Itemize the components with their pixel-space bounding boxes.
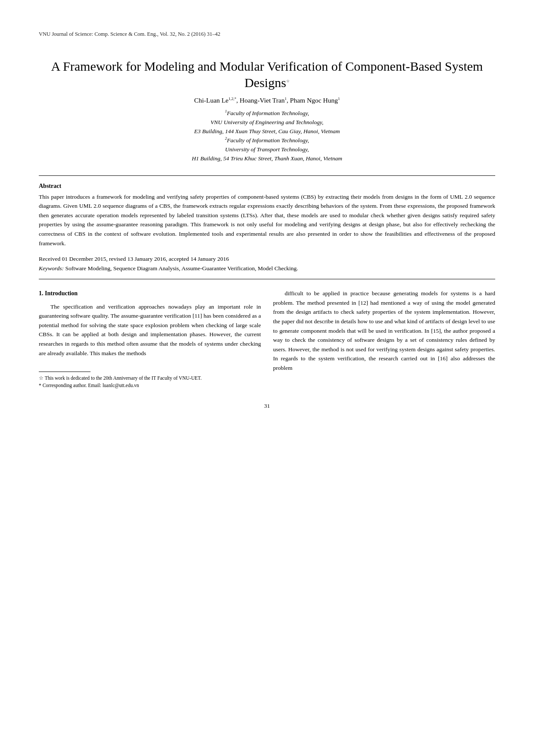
authors-line: Chi-Luan Le1,2,*, Hoang-Viet Tran1, Pham… [39, 97, 495, 104]
main-title: A Framework for Modeling and Modular Ver… [39, 58, 495, 91]
title-section: A Framework for Modeling and Modular Ver… [39, 58, 495, 163]
section1-left-text: The specification and verification appro… [39, 302, 261, 358]
footnote2: * Corresponding author. Email: luanlc@ut… [39, 382, 261, 389]
aff1-addr: E3 Building, 144 Xuan Thuy Street, Cau G… [194, 128, 340, 134]
keywords-line: Keywords: Software Modeling, Sequence Di… [39, 265, 495, 272]
right-para1: difficult to be applied in practice beca… [273, 289, 496, 372]
section1-right-text: difficult to be applied in practice beca… [273, 289, 496, 372]
aff1-name: Faculty of Information Technology, [227, 110, 309, 116]
footnote-divider [39, 372, 91, 372]
two-column-body: 1. Introduction The specification and ve… [39, 289, 495, 389]
author1-sup: 1,2,* [228, 97, 236, 101]
abstract-title: Abstract [39, 183, 495, 190]
title-star: ☆ [286, 79, 290, 83]
journal-header-text: VNU Journal of Science: Comp. Science & … [39, 31, 220, 37]
body-divider [39, 279, 495, 279]
footnote1-text: This work is dedicated to the 20th Anniv… [45, 375, 202, 381]
footnote2-text: Corresponding author. Email: luanlc@utt.… [43, 383, 139, 388]
keywords-values: Software Modeling, Sequence Diagram Anal… [64, 265, 298, 272]
left-column: 1. Introduction The specification and ve… [39, 289, 261, 389]
aff2-name: Faculty of Information Technology, [227, 137, 309, 144]
aff2-addr: H1 Building, 54 Trieu Khuc Street, Thanh… [192, 155, 342, 162]
left-para1: The specification and verification appro… [39, 302, 261, 358]
received-line: Received 01 December 2015, revised 13 Ja… [39, 256, 495, 262]
keywords-label: Keywords: [39, 265, 64, 272]
author2: , Hoang-Viet Tran1, Pham Ngoc Hung1 [236, 97, 340, 104]
footnote2-star: * [39, 383, 41, 388]
page: VNU Journal of Science: Comp. Science & … [0, 0, 534, 756]
affiliations: 1Faculty of Information Technology, VNU … [39, 109, 495, 163]
abstract-text: This paper introduces a framework for mo… [39, 192, 495, 248]
title-divider [39, 175, 495, 176]
aff1-uni: VNU University of Engineering and Techno… [211, 119, 324, 125]
abstract-section: Abstract This paper introduces a framewo… [39, 183, 495, 248]
footnote1-star: ☆ [39, 375, 44, 381]
author1-name: Chi-Luan Le [194, 97, 229, 104]
right-column: difficult to be applied in practice beca… [273, 289, 496, 372]
aff2-uni: University of Transport Technology, [225, 146, 309, 153]
section1-title: 1. Introduction [39, 289, 261, 298]
footnote1: ☆ This work is dedicated to the 20th Ann… [39, 375, 261, 382]
journal-header: VNU Journal of Science: Comp. Science & … [39, 31, 495, 37]
page-number: 31 [39, 403, 495, 409]
title-text: A Framework for Modeling and Modular Ver… [51, 59, 483, 90]
